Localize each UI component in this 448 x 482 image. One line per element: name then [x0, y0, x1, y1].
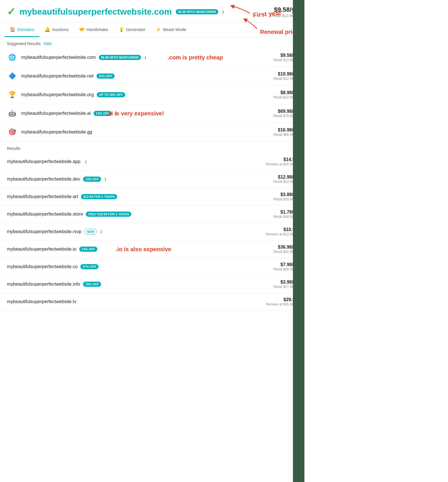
badge: ONLY $18.98 FOR 2 YEARS	[86, 212, 131, 217]
domain-annotation: .io is also expensive	[116, 246, 171, 253]
domain-badges: $12.98 FOR 2 YEARS	[81, 194, 117, 199]
domain-name: mybeautifulsuperperfectwebsite.co	[7, 264, 78, 269]
domain-name: mybeautifulsuperperfectwebsite.app	[7, 159, 80, 164]
tab-domains-label: Domains	[17, 27, 34, 32]
right-sidebar	[293, 0, 304, 482]
domain-name: mybeautifulsuperperfectwebsite.org	[21, 92, 94, 97]
domain-tld-icon: 🌐	[7, 52, 17, 63]
domain-tld-icon: 🎯	[7, 127, 17, 137]
generator-icon: 💡	[119, 27, 124, 32]
suggested-domain-row[interactable]: 🌐 mybeautifulsuperperfectwebsite.com $6.…	[0, 48, 304, 67]
domain-badges: UP TO 30% OFF	[97, 92, 125, 97]
domain-annotation: .com is pretty cheap	[167, 54, 223, 61]
domain-badges: $6.98 WITH NEWCOM698 ℹ	[99, 55, 146, 60]
header: ✓ mybeautifulsuperperfectwebsite.com $6.…	[0, 0, 304, 23]
badge: 14% OFF	[79, 247, 97, 252]
tab-handshake[interactable]: 🤝 Handshake	[74, 23, 113, 37]
header-promo-badge[interactable]: $6.98 WITH NEWCOM698	[176, 9, 218, 14]
badge: 15% OFF	[96, 73, 115, 79]
domain-badges: 15% OFF	[96, 73, 115, 79]
results-section-label: Results	[0, 142, 304, 153]
result-domain-row[interactable]: mybeautifulsuperperfectwebsite.io 14% OF…	[0, 241, 304, 258]
badge: 13% OFF	[83, 177, 101, 182]
nav-tabs: 🏠 Domains 🔔 Auctions 🤝 Handshake 💡 Gener…	[0, 23, 304, 37]
result-domain-row[interactable]: mybeautifulsuperperfectwebsite.tv $29.98…	[0, 293, 304, 311]
domain-badges: 13% OFF ℹ	[83, 177, 106, 182]
tab-auctions-label: Auctions	[52, 27, 69, 32]
result-domain-row[interactable]: mybeautifulsuperperfectwebsite.co 67% OF…	[0, 258, 304, 276]
header-info-icon[interactable]: ℹ	[222, 9, 224, 15]
badge: $12.98 FOR 2 YEARS	[81, 194, 117, 199]
domain-name: mybeautifulsuperperfectwebsite.net	[21, 73, 94, 79]
badge: 67% OFF	[80, 264, 99, 269]
tab-domains[interactable]: 🏠 Domains	[5, 23, 39, 37]
suggested-domain-row[interactable]: 🤖 mybeautifulsuperperfectwebsite.ai 13% …	[0, 104, 304, 123]
domain-name: mybeautifulsuperperfectwebsite.io	[7, 247, 76, 252]
results-list: mybeautifulsuperperfectwebsite.app ℹ $14…	[0, 153, 304, 311]
domain-badges: ONLY $18.98 FOR 2 YEARS	[86, 212, 131, 217]
tab-handshake-label: Handshake	[86, 27, 108, 32]
badge: 78% OFF	[83, 282, 101, 287]
info-icon[interactable]: ℹ	[115, 111, 117, 116]
info-icon[interactable]: ℹ	[105, 177, 106, 182]
result-domain-row[interactable]: mybeautifulsuperperfectwebsite.rsvp NEW …	[0, 223, 304, 241]
domain-name: mybeautifulsuperperfectwebsite.rsvp	[7, 229, 82, 234]
tab-beast-mode[interactable]: ⚡ Beast Mode	[150, 23, 191, 37]
result-domain-row[interactable]: mybeautifulsuperperfectwebsite.app ℹ $14…	[0, 153, 304, 171]
result-domain-row[interactable]: mybeautifulsuperperfectwebsite.info 78% …	[0, 276, 304, 293]
header-domain: mybeautifulsuperperfectwebsite.com	[20, 7, 172, 17]
badge: UP TO 30% OFF	[97, 92, 125, 97]
domain-name: mybeautifulsuperperfectwebsite.tv	[7, 299, 76, 304]
result-domain-row[interactable]: mybeautifulsuperperfectwebsite.art $12.9…	[0, 188, 304, 206]
suggested-domain-row[interactable]: 🔷 mybeautifulsuperperfectwebsite.net 15%…	[0, 67, 304, 86]
domain-badges: 67% OFF	[80, 264, 99, 269]
result-domain-row[interactable]: mybeautifulsuperperfectwebsite.dev 13% O…	[0, 171, 304, 188]
domain-tld-icon: 🏆	[7, 90, 17, 100]
domain-name: mybeautifulsuperperfectwebsite.ai	[21, 111, 91, 116]
domain-badges: 14% OFF	[79, 247, 97, 252]
tab-generator-label: Generator	[126, 27, 146, 32]
handshake-icon: 🤝	[79, 27, 85, 32]
tab-generator[interactable]: 💡 Generator	[113, 23, 151, 37]
info-icon[interactable]: ℹ	[100, 229, 102, 235]
domain-badges: 13% OFF ℹ	[94, 111, 117, 116]
beast-mode-icon: ⚡	[156, 27, 161, 32]
suggested-results-list: 🌐 mybeautifulsuperperfectwebsite.com $6.…	[0, 48, 304, 142]
header-left: ✓ mybeautifulsuperperfectwebsite.com $6.…	[7, 6, 224, 18]
auctions-icon: 🔔	[45, 27, 50, 32]
suggested-section-label: Suggested Results Hide	[0, 37, 304, 48]
domain-name: mybeautifulsuperperfectwebsite.gg	[21, 129, 92, 135]
domain-name: mybeautifulsuperperfectwebsite.store	[7, 212, 83, 217]
badge: 13% OFF	[94, 111, 112, 116]
tab-beast-mode-label: Beast Mode	[163, 27, 186, 32]
check-icon: ✓	[7, 6, 16, 18]
domain-badges: 78% OFF	[83, 282, 101, 287]
domain-tld-icon: 🤖	[7, 108, 17, 119]
domain-badges: ℹ	[83, 159, 87, 164]
domain-name: mybeautifulsuperperfectwebsite.info	[7, 282, 80, 287]
tab-auctions[interactable]: 🔔 Auctions	[39, 23, 74, 37]
hide-link[interactable]: Hide	[44, 41, 52, 46]
badge: $6.98 WITH NEWCOM698	[99, 55, 141, 60]
domain-name: mybeautifulsuperperfectwebsite.com	[21, 55, 96, 60]
domain-tld-icon: 🔷	[7, 71, 17, 81]
result-domain-row[interactable]: mybeautifulsuperperfectwebsite.store ONL…	[0, 206, 304, 223]
info-icon[interactable]: ℹ	[85, 159, 87, 164]
suggested-domain-row[interactable]: 🎯 mybeautifulsuperperfectwebsite.gg $16.…	[0, 123, 304, 142]
domain-badges: NEW ℹ	[84, 229, 102, 235]
suggested-domain-row[interactable]: 🏆 mybeautifulsuperperfectwebsite.org UP …	[0, 86, 304, 104]
home-icon: 🏠	[10, 27, 16, 32]
domain-name: mybeautifulsuperperfectwebsite.dev	[7, 177, 80, 182]
domain-name: mybeautifulsuperperfectwebsite.art	[7, 194, 78, 199]
info-icon[interactable]: ℹ	[144, 55, 146, 60]
badge: NEW	[84, 229, 97, 235]
